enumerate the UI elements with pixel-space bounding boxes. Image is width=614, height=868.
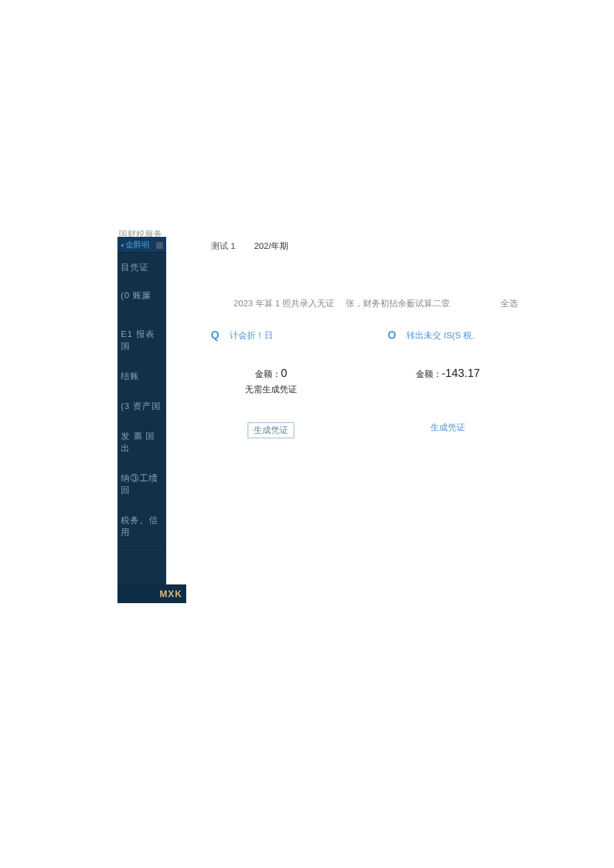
summary-row: 2023 年算 1 照共录入无证 张，财务初拈余薮试算二壹 全选 bbox=[211, 298, 518, 310]
amount-value: -143.17 bbox=[442, 367, 481, 380]
main-area: 测试 1 202/年期 2023 年算 1 照共录入无证 张，财务初拈余薮试算二… bbox=[211, 240, 518, 438]
sidebar-top-label: 金爵明 bbox=[125, 240, 149, 251]
sidebar-top-item[interactable]: ● 金爵明 bbox=[117, 237, 166, 253]
card-title: 转出未交 IS(S 税。 bbox=[406, 330, 481, 342]
dot-icon: ● bbox=[121, 242, 124, 248]
sidebar-spacer bbox=[117, 548, 166, 584]
sidebar-item-tax[interactable]: 税务。信用 bbox=[117, 506, 166, 548]
sidebar-item-voucher[interactable]: 目凭证 bbox=[117, 253, 166, 283]
sidebar-mxk[interactable]: MXK bbox=[117, 584, 186, 603]
card-depreciation: Q 计会折！日 金额：0 无需生成凭证 生成凭证 bbox=[211, 330, 331, 438]
topline: 测试 1 202/年期 bbox=[211, 240, 518, 252]
sidebar-item-invoice[interactable]: 发 票 国 出 bbox=[117, 422, 166, 464]
circle-icon: O bbox=[388, 330, 396, 342]
generate-voucher-button[interactable]: 生成凭证 bbox=[248, 422, 294, 438]
card-head: O 转出未交 IS(S 税。 bbox=[388, 330, 508, 342]
cards-row: Q 计会折！日 金额：0 无需生成凭证 生成凭证 O 转出未交 IS(S 税。 … bbox=[211, 330, 518, 438]
card-note: 无需生成凭证 bbox=[211, 384, 331, 396]
select-all-link[interactable]: 全选 bbox=[501, 298, 518, 310]
card-title: 计会折！日 bbox=[230, 330, 273, 342]
sidebar-item-report[interactable]: E1 报表国 bbox=[117, 320, 166, 362]
square-icon bbox=[156, 242, 163, 249]
period-label: 202/年期 bbox=[254, 240, 288, 252]
sidebar: ● 金爵明 目凭证 (0 账簾 E1 报表国 结账 (3 资产国 发 票 国 出… bbox=[117, 237, 166, 603]
card-head: Q 计会折！日 bbox=[211, 330, 331, 342]
magnify-icon: Q bbox=[211, 330, 219, 342]
sidebar-item-close[interactable]: 结账 bbox=[117, 362, 166, 392]
card-amount: 金额：-143.17 bbox=[388, 367, 508, 380]
sidebar-item-asset[interactable]: (3 资产国 bbox=[117, 392, 166, 422]
amount-label: 金额： bbox=[255, 369, 281, 379]
amount-value: 0 bbox=[281, 367, 287, 380]
summary-text: 2023 年算 1 照共录入无证 张，财务初拈余薮试算二壹 bbox=[234, 298, 450, 310]
amount-label: 金额： bbox=[416, 369, 442, 379]
generate-voucher-button[interactable]: 生成凭证 bbox=[424, 420, 471, 435]
sidebar-item-payroll[interactable]: 纳③工绩回 bbox=[117, 464, 166, 506]
brand-label: 国财税服务 bbox=[119, 228, 518, 240]
sidebar-item-ledger[interactable]: (0 账簾 bbox=[117, 283, 166, 320]
test-label: 测试 1 bbox=[211, 240, 236, 252]
card-amount: 金额：0 bbox=[211, 367, 331, 380]
card-tax-transfer: O 转出未交 IS(S 税。 金额：-143.17 生成凭证 bbox=[388, 330, 508, 438]
